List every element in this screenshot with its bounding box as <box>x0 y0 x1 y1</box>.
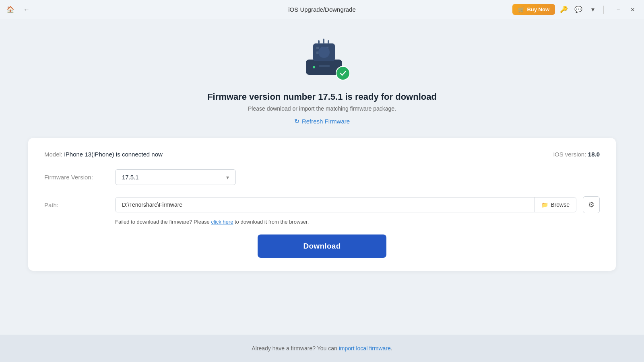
buy-now-button[interactable]: 🛒 Buy Now <box>512 4 555 15</box>
svg-rect-2 <box>316 47 319 49</box>
footer-text: Already have a firmware? You can import … <box>252 345 392 352</box>
svg-rect-10 <box>323 39 324 44</box>
gear-icon: ⚙ <box>588 200 594 209</box>
dropdown-icon[interactable]: ▾ <box>587 4 599 15</box>
main-content: Firmware version number 17.5.1 is ready … <box>0 19 644 335</box>
settings-button[interactable]: ⚙ <box>583 196 600 213</box>
path-input-wrap: 📁 Browse <box>115 197 576 212</box>
window-title: iOS Upgrade/Downgrade <box>288 6 356 13</box>
check-badge <box>336 66 350 80</box>
model-info: Model: iPhone 13(iPhone) is connected no… <box>44 151 163 158</box>
title-bar: 🏠 ← iOS Upgrade/Downgrade 🛒 Buy Now 🔑 💬 … <box>0 0 644 19</box>
home-icon[interactable]: 🏠 <box>5 4 16 15</box>
firmware-label: Firmware Version: <box>44 174 109 181</box>
import-local-firmware-link[interactable]: import local firmware <box>339 345 391 352</box>
window-controls: − ✕ <box>612 3 639 16</box>
browse-button[interactable]: 📁 Browse <box>535 197 576 212</box>
minimize-button[interactable]: − <box>612 3 625 16</box>
folder-icon: 📁 <box>541 202 548 208</box>
hero-title: Firmware version number 17.5.1 is ready … <box>207 92 437 102</box>
click-here-link[interactable]: click here <box>211 219 233 225</box>
ios-label: iOS version: <box>553 151 586 158</box>
hero-section: Firmware version number 17.5.1 is ready … <box>207 35 437 125</box>
error-text: Failed to download the firmware? Please … <box>115 219 600 225</box>
key-icon[interactable]: 🔑 <box>558 4 570 15</box>
refresh-firmware-link[interactable]: ↻ Refresh Firmware <box>294 117 350 125</box>
close-button[interactable]: ✕ <box>626 3 639 16</box>
refresh-icon: ↻ <box>294 117 299 125</box>
title-bar-left: 🏠 ← <box>5 4 32 15</box>
svg-rect-11 <box>328 40 329 44</box>
chevron-down-icon: ▾ <box>226 174 229 181</box>
hero-subtitle: Please download or import the matching f… <box>248 105 396 112</box>
separator <box>603 6 604 14</box>
back-icon[interactable]: ← <box>21 4 32 15</box>
footer: Already have a firmware? You can import … <box>0 335 644 362</box>
firmware-row: Firmware Version: 17.5.1 ▾ <box>44 169 600 185</box>
model-row: Model: iPhone 13(iPhone) is connected no… <box>44 151 600 158</box>
model-value: iPhone 13(iPhone) is connected now <box>64 151 162 158</box>
download-button[interactable]: Download <box>258 234 386 258</box>
ios-value: 18.0 <box>588 151 600 158</box>
path-label: Path: <box>44 202 109 208</box>
model-label: Model: <box>44 151 62 158</box>
svg-point-12 <box>313 66 315 68</box>
firmware-version-select[interactable]: 17.5.1 ▾ <box>115 169 236 185</box>
cart-icon: 🛒 <box>518 6 524 12</box>
title-bar-right: 🛒 Buy Now 🔑 💬 ▾ − ✕ <box>512 3 639 16</box>
path-input[interactable] <box>116 197 535 212</box>
path-row: Path: 📁 Browse ⚙ <box>44 196 600 213</box>
chat-icon[interactable]: 💬 <box>573 4 584 15</box>
ios-info: iOS version: 18.0 <box>553 151 600 158</box>
device-icon-wrap <box>294 35 350 84</box>
svg-rect-9 <box>318 40 320 44</box>
svg-point-8 <box>318 47 330 58</box>
main-card: Model: iPhone 13(iPhone) is connected no… <box>28 138 616 271</box>
svg-rect-13 <box>319 65 330 67</box>
